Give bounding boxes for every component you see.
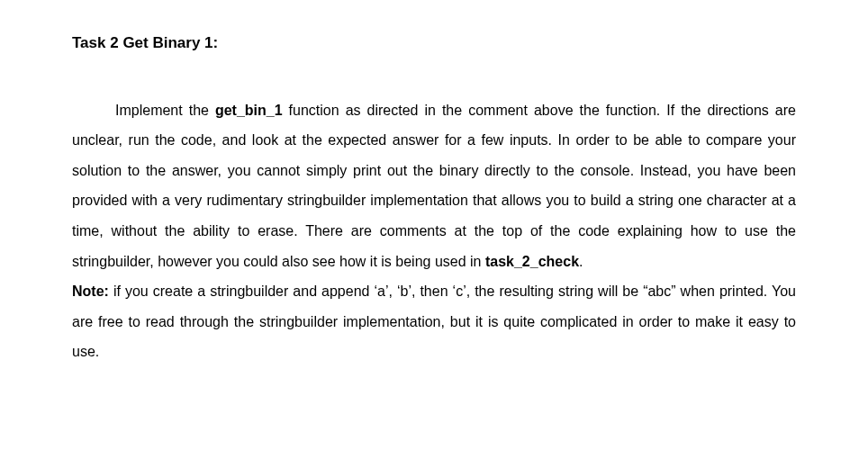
note-label: Note: xyxy=(72,284,109,299)
task-title: Task 2 Get Binary 1: xyxy=(72,27,796,59)
note-body: if you create a stringbuilder and append… xyxy=(72,284,796,359)
p1-text-b: function as directed in the comment abov… xyxy=(72,103,796,269)
p1-text-c: . xyxy=(579,254,583,269)
task-paragraph-1: Implement the get_bin_1 function as dire… xyxy=(72,95,796,277)
function-name: get_bin_1 xyxy=(215,103,283,118)
p1-text-a: Implement the xyxy=(115,103,215,118)
check-function-name: task_2_check xyxy=(485,254,579,269)
task-note: Note: if you create a stringbuilder and … xyxy=(72,276,796,367)
